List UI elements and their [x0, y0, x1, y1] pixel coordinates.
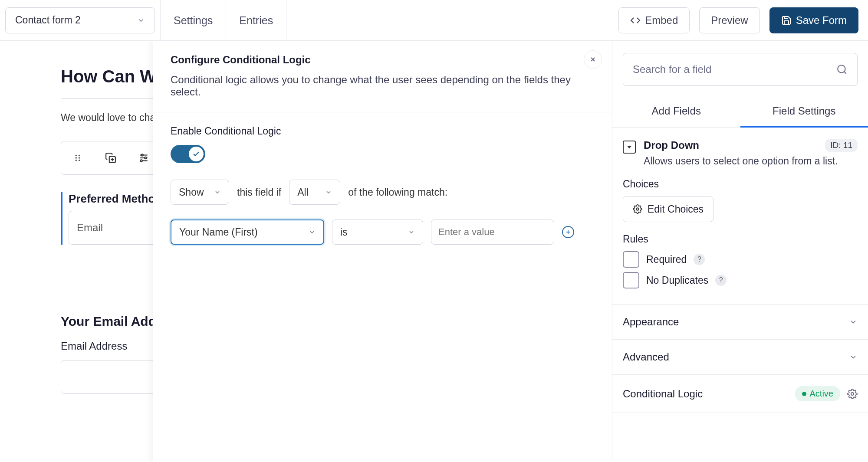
form-selector-label: Contact form 2 — [15, 14, 81, 26]
tab-add-fields[interactable]: Add Fields — [612, 96, 740, 128]
form-selector[interactable]: Contact form 2 — [5, 7, 155, 33]
rule-op-value: is — [340, 226, 348, 238]
svg-marker-19 — [627, 146, 632, 148]
appearance-accordion[interactable]: Appearance — [612, 305, 868, 340]
save-button[interactable]: Save Form — [769, 7, 858, 33]
rules-label: Rules — [623, 233, 858, 245]
conditional-logic-label: Conditional Logic — [623, 388, 703, 400]
chevron-down-icon — [849, 318, 858, 326]
field-toolbar — [61, 141, 161, 175]
svg-point-5 — [78, 160, 80, 161]
conditional-logic-panel: Configure Conditional Logic Conditional … — [153, 41, 612, 462]
nodup-checkbox[interactable] — [623, 272, 639, 288]
svg-point-20 — [636, 208, 639, 210]
required-label: Required — [646, 254, 687, 265]
appearance-label: Appearance — [623, 316, 679, 328]
duplicate-icon[interactable] — [94, 141, 127, 174]
svg-point-13 — [145, 157, 146, 159]
svg-point-14 — [140, 160, 142, 161]
advanced-label: Advanced — [623, 351, 669, 363]
advanced-accordion[interactable]: Advanced — [612, 340, 868, 375]
choices-label: Choices — [623, 178, 858, 190]
embed-button[interactable]: Embed — [618, 7, 690, 33]
panel-description: Conditional logic allows you to change w… — [171, 74, 594, 98]
dropdown-icon — [623, 141, 636, 154]
rule-field-value: Your Name (First) — [179, 226, 258, 238]
rule-value-input[interactable] — [431, 220, 554, 245]
field-type-description: Allows users to select one option from a… — [644, 155, 858, 167]
nav-settings[interactable]: Settings — [161, 0, 226, 41]
status-dot-icon — [802, 392, 806, 396]
dropdown-value: Email — [77, 222, 103, 234]
field-settings-sidebar: Search for a field Add Fields Field Sett… — [612, 41, 868, 462]
nodup-checkbox-row: No Duplicates ? — [623, 272, 858, 288]
nav-entries[interactable]: Entries — [226, 0, 286, 41]
save-icon — [781, 15, 792, 26]
top-bar: Contact form 2 Settings Entries Embed Pr… — [0, 0, 868, 41]
chevron-down-icon — [849, 353, 858, 361]
enable-toggle[interactable] — [171, 145, 205, 163]
separator — [286, 0, 286, 41]
svg-point-3 — [78, 157, 80, 159]
match-select[interactable]: All — [289, 180, 340, 205]
match-value: All — [297, 187, 309, 198]
gear-icon — [633, 204, 642, 214]
rule-operator-select[interactable]: is — [332, 220, 423, 245]
code-icon — [630, 15, 641, 26]
search-icon — [836, 64, 848, 75]
plus-icon: + — [566, 228, 570, 236]
check-icon — [189, 147, 204, 161]
chevron-down-icon — [408, 229, 415, 236]
edit-choices-label: Edit Choices — [648, 203, 704, 215]
rule-text-match: of the following match: — [348, 187, 447, 198]
svg-point-12 — [141, 154, 143, 156]
svg-line-18 — [844, 72, 846, 74]
help-icon[interactable]: ? — [694, 254, 705, 265]
action-value: Show — [179, 187, 204, 198]
close-icon — [589, 56, 596, 63]
active-badge: Active — [795, 386, 840, 401]
preview-button[interactable]: Preview — [699, 7, 760, 33]
edit-choices-button[interactable]: Edit Choices — [623, 196, 713, 222]
chevron-down-icon — [309, 229, 316, 236]
form-canvas: How Can We We would love to chat Preferr… — [0, 41, 612, 462]
gear-icon[interactable] — [847, 389, 858, 399]
required-checkbox-row: Required ? — [623, 251, 858, 268]
svg-point-0 — [75, 155, 77, 157]
drag-handle-icon[interactable] — [61, 141, 94, 174]
rule-field-select[interactable]: Your Name (First) — [171, 220, 324, 245]
svg-point-17 — [838, 65, 845, 72]
conditional-logic-accordion[interactable]: Conditional Logic Active — [612, 375, 868, 413]
svg-point-21 — [851, 393, 854, 395]
help-icon[interactable]: ? — [715, 275, 727, 286]
panel-title: Configure Conditional Logic — [171, 54, 594, 66]
field-type-title: Drop Down — [644, 139, 699, 151]
embed-label: Embed — [645, 14, 678, 26]
tab-field-settings[interactable]: Field Settings — [740, 96, 868, 128]
add-rule-button[interactable]: + — [562, 226, 574, 238]
enable-label: Enable Conditional Logic — [171, 125, 594, 137]
nodup-label: No Duplicates — [646, 275, 708, 286]
svg-point-2 — [75, 157, 77, 159]
preview-label: Preview — [711, 14, 748, 26]
svg-point-1 — [78, 155, 80, 157]
chevron-down-icon — [137, 16, 145, 24]
close-button[interactable] — [584, 50, 602, 69]
field-id-badge: ID: 11 — [825, 139, 858, 152]
action-select[interactable]: Show — [171, 180, 229, 205]
rule-text-if: this field if — [237, 187, 281, 198]
search-placeholder: Search for a field — [633, 63, 711, 75]
required-checkbox[interactable] — [623, 251, 639, 268]
svg-point-4 — [75, 160, 77, 161]
search-input[interactable]: Search for a field — [623, 53, 858, 86]
save-label: Save Form — [796, 14, 847, 26]
chevron-down-icon — [325, 189, 332, 196]
active-text: Active — [810, 389, 833, 399]
chevron-down-icon — [214, 189, 221, 196]
